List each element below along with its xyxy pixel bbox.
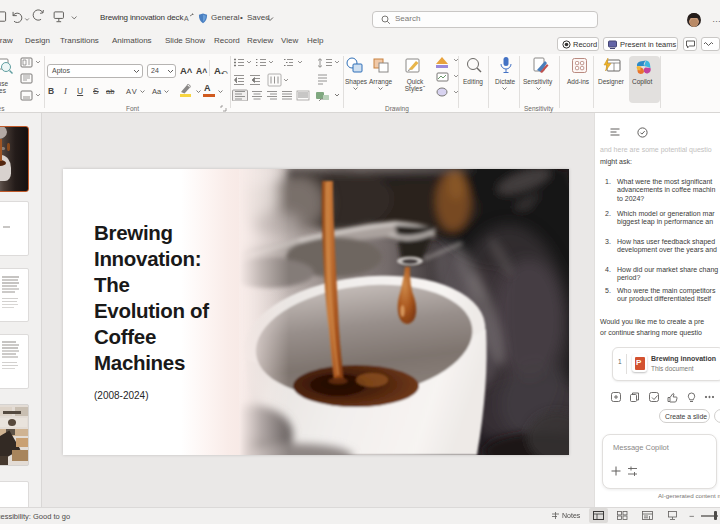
svg-text:A: A xyxy=(184,15,189,22)
